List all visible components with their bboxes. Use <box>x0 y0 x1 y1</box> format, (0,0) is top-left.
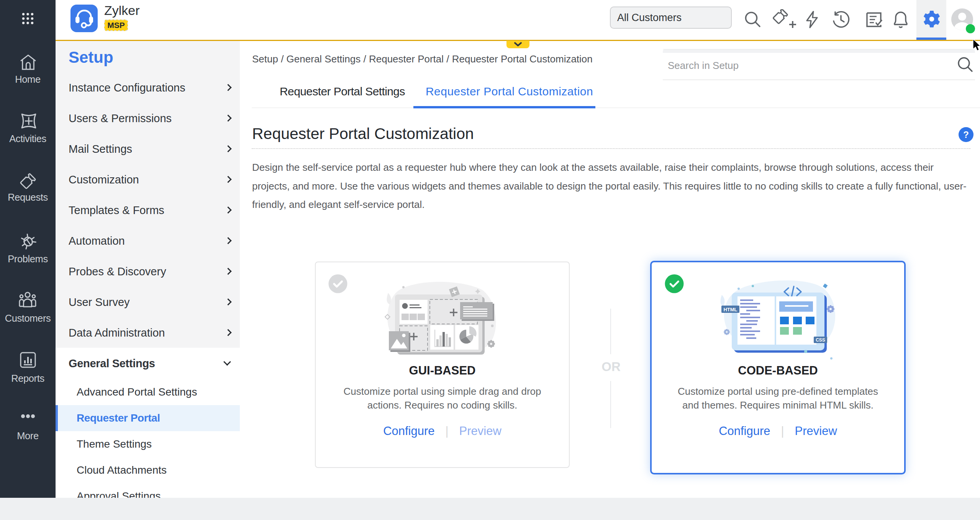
svg-text:HTML: HTML <box>723 307 737 312</box>
svg-text:CSS: CSS <box>816 337 825 343</box>
svg-text:?: ? <box>963 129 969 140</box>
